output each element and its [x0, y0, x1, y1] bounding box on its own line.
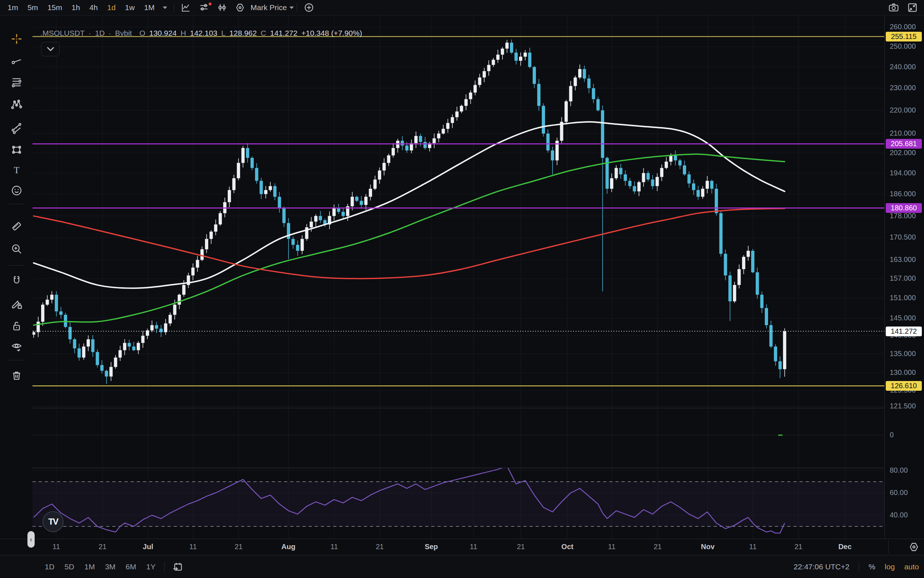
timeframe-button-1d[interactable]: 1d: [102, 0, 120, 15]
candle[interactable]: [446, 123, 449, 129]
tool-lock-all[interactable]: [10, 319, 23, 332]
candle[interactable]: [128, 343, 131, 346]
candle[interactable]: [392, 148, 395, 155]
candle[interactable]: [460, 106, 463, 112]
candle[interactable]: [132, 346, 135, 350]
candle[interactable]: [656, 177, 659, 186]
candle[interactable]: [779, 361, 782, 369]
tool-emoji[interactable]: [10, 184, 23, 197]
tool-xabcd-pattern[interactable]: [10, 98, 23, 111]
candle[interactable]: [596, 99, 600, 110]
candle[interactable]: [205, 239, 208, 249]
timeframe-button-1M[interactable]: 1M: [139, 0, 159, 15]
price-axis-label[interactable]: 141.272: [886, 326, 922, 336]
candle[interactable]: [564, 101, 568, 122]
candle[interactable]: [369, 189, 372, 196]
candle[interactable]: [319, 216, 322, 221]
candle[interactable]: [583, 69, 586, 78]
axis-settings-hexagon-icon[interactable]: [908, 541, 920, 554]
candle[interactable]: [355, 196, 358, 201]
tool-trend-line[interactable]: [10, 55, 23, 67]
timeframe-button-15m[interactable]: 15m: [42, 0, 67, 15]
candle[interactable]: [706, 181, 709, 189]
candle[interactable]: [674, 156, 677, 161]
log-scale-button[interactable]: log: [885, 562, 895, 571]
candle[interactable]: [719, 213, 722, 254]
candle[interactable]: [268, 186, 272, 190]
candle[interactable]: [646, 173, 650, 180]
candle[interactable]: [173, 305, 176, 315]
legend-collapse-button[interactable]: [41, 42, 60, 56]
candle[interactable]: [50, 295, 54, 300]
candle[interactable]: [505, 42, 509, 49]
candle[interactable]: [73, 339, 76, 348]
tool-drawing-lock[interactable]: [10, 297, 23, 310]
candle[interactable]: [451, 117, 454, 123]
candle[interactable]: [578, 69, 581, 77]
candle[interactable]: [387, 156, 390, 163]
candle[interactable]: [350, 196, 354, 206]
symbol-legend[interactable]: .MSOLUSDT · 1D · Bybit O 130.924 H 142.1…: [41, 29, 364, 37]
candle[interactable]: [533, 67, 536, 84]
candle[interactable]: [68, 327, 72, 339]
candle[interactable]: [765, 308, 768, 325]
candle[interactable]: [478, 78, 482, 85]
candle[interactable]: [524, 53, 527, 57]
candle[interactable]: [469, 93, 472, 99]
candle[interactable]: [491, 60, 495, 65]
candle[interactable]: [169, 315, 172, 324]
range-button-1D[interactable]: 1D: [40, 555, 60, 578]
candle[interactable]: [610, 178, 613, 189]
candle[interactable]: [255, 168, 259, 181]
candle[interactable]: [282, 208, 286, 223]
candle[interactable]: [692, 183, 695, 190]
main-chart[interactable]: [0, 0, 924, 578]
candle[interactable]: [760, 295, 763, 308]
candle[interactable]: [528, 53, 531, 67]
candle[interactable]: [273, 186, 277, 197]
candle[interactable]: [510, 42, 513, 53]
tool-fib-retracement[interactable]: [10, 76, 23, 89]
candle[interactable]: [405, 145, 408, 151]
candle[interactable]: [100, 365, 104, 371]
candle[interactable]: [182, 285, 185, 295]
candle[interactable]: [241, 148, 245, 163]
candle[interactable]: [665, 162, 668, 168]
candle[interactable]: [737, 269, 741, 285]
price-axis-label[interactable]: 255.115: [886, 32, 922, 42]
candle[interactable]: [487, 65, 491, 71]
candle[interactable]: [423, 142, 427, 148]
candle[interactable]: [301, 239, 304, 251]
timeframe-button-5m[interactable]: 5m: [23, 0, 42, 15]
time-axis[interactable]: 1121Jul1121Aug1121Sep1121Oct1121Nov1121D…: [0, 539, 924, 555]
candle[interactable]: [601, 110, 604, 158]
candle[interactable]: [105, 371, 108, 377]
candle[interactable]: [587, 79, 591, 88]
candle[interactable]: [177, 295, 181, 305]
price-axis-label[interactable]: 126.610: [886, 381, 922, 391]
candle[interactable]: [542, 106, 545, 133]
candle[interactable]: [200, 249, 203, 260]
candle[interactable]: [264, 190, 267, 194]
candle[interactable]: [569, 86, 573, 101]
candle[interactable]: [756, 273, 759, 295]
tradingview-logo[interactable]: TV: [42, 511, 63, 532]
candle[interactable]: [91, 339, 94, 352]
candle[interactable]: [769, 325, 773, 346]
tool-ruler[interactable]: [10, 220, 23, 233]
clock[interactable]: 22:47:06 UTC+2: [794, 562, 850, 571]
candle[interactable]: [628, 181, 632, 186]
candle[interactable]: [278, 196, 281, 208]
candle[interactable]: [455, 112, 459, 117]
candle[interactable]: [214, 224, 217, 232]
candle[interactable]: [219, 213, 222, 224]
mark-price-dropdown[interactable]: Mark Price: [251, 3, 293, 12]
candle[interactable]: [683, 165, 686, 174]
candle[interactable]: [724, 254, 727, 275]
candle[interactable]: [360, 201, 363, 205]
auto-scale-button[interactable]: auto: [904, 562, 919, 571]
indicators-button[interactable]: [195, 0, 213, 15]
candle[interactable]: [237, 163, 240, 178]
candle[interactable]: [733, 285, 736, 301]
candle[interactable]: [210, 232, 213, 239]
